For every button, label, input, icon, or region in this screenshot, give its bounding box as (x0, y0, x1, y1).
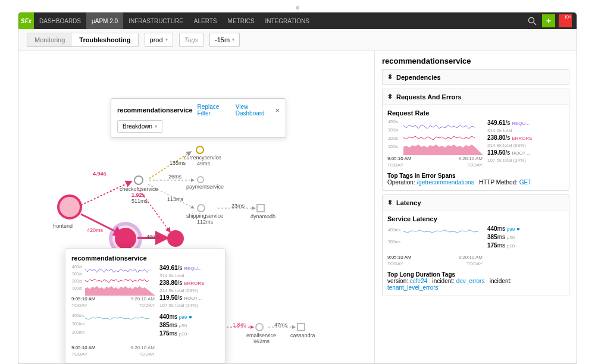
nav-uapm[interactable]: µAPM 2.0 (86, 12, 123, 29)
label-frontend: frontend (53, 223, 73, 229)
incident-link[interactable]: dev_errors (456, 278, 485, 284)
node-cassandra[interactable] (297, 323, 305, 331)
service-latency-title: Service Latency (387, 215, 564, 222)
node-card-title: recommendationservice (117, 106, 193, 114)
notif-badge: 10+ (564, 15, 571, 19)
label-checkout: checkoutservice (120, 186, 158, 192)
edge-lat: 4.94s (93, 171, 107, 177)
mode-segment: Monitoring Troubleshooting (27, 33, 139, 47)
edge-lat: 49ms (146, 234, 159, 240)
logo[interactable]: SFx (18, 12, 34, 29)
chevron-down-icon: ▾ (165, 37, 168, 42)
nav-integrations[interactable]: INTEGRATIONS (260, 12, 315, 29)
chart-time-axis: 9:05:10 AM9:20:10 AM (71, 296, 155, 302)
request-rate-sparkline: 400/s 300/s 200/s 100/s (71, 264, 155, 295)
method-link[interactable]: GET (519, 179, 532, 186)
svg-line-2 (81, 181, 131, 205)
acc-dependencies[interactable]: ⇳Dependencies (382, 69, 569, 85)
chevron-down-icon: ▾ (155, 124, 157, 129)
edge-lat: 113ms (167, 196, 183, 202)
tab-monitoring[interactable]: Monitoring (27, 33, 72, 46)
edge-lat: 47ms (274, 322, 287, 328)
service-hover-card: recommendationservice 400/s 300/s 200/s … (65, 248, 226, 363)
latency-sparkline: 400ms 300ms 200ms (71, 313, 155, 344)
node-dynamodb[interactable] (256, 204, 265, 212)
hover-title: recommendationservice (71, 255, 219, 262)
edge-lat: 26ms (168, 174, 181, 180)
label-cassandra: cassandra (290, 332, 315, 338)
panel-title: recommendationservice (382, 57, 569, 65)
replace-filter-link[interactable]: Replace Filter (198, 103, 231, 117)
breakdown-dropdown[interactable]: Breakdown▾ (117, 120, 162, 133)
service-map[interactable]: recommendationservice Replace Filter Vie… (18, 51, 374, 363)
edge-lat: 1.92s (131, 192, 145, 198)
nav-metrics[interactable]: METRICS (223, 12, 260, 29)
panel-request-chart: 400/s 300/s 200/s 100/s (387, 119, 483, 155)
operation-link[interactable]: /getrecommendations (416, 179, 474, 186)
search-icon[interactable] (525, 14, 538, 27)
nav-bar: DASHBOARDS µAPM 2.0 INFRASTRUCTURE ALERT… (34, 12, 315, 29)
top-duration-tags: Top Long Duration Tags version: ccfe24 i… (387, 271, 564, 291)
panel-latency-chart: 400ms 300ms (387, 225, 483, 253)
node-shipping[interactable] (197, 204, 205, 212)
label-payment: paymentservice (186, 184, 224, 190)
top-error-tags: Top Tags in Error Spans Operation: /getr… (387, 172, 564, 186)
nav-dashboards[interactable]: DASHBOARDS (34, 12, 86, 29)
time-filter[interactable]: -15m▾ (209, 33, 240, 47)
notification-icon[interactable]: 10+ (559, 14, 572, 27)
request-rate-title: Request Rate (387, 109, 564, 117)
close-icon[interactable]: × (275, 106, 280, 115)
add-button[interactable]: + (542, 14, 555, 27)
edge-lat: 420ms (87, 227, 103, 233)
edge-lat: 1.84s (233, 322, 246, 328)
chevron-down-icon: ▾ (232, 37, 234, 42)
expand-icon: ⇳ (387, 199, 393, 206)
detail-panel: recommendationservice ⇳Dependencies ⇳Req… (374, 51, 577, 363)
edge-lat: 112ms (197, 219, 213, 225)
node-email[interactable] (255, 323, 264, 331)
acc-latency: ⇳Latency Service Latency 400ms 300ms 9:0… (382, 194, 569, 296)
toolbar: Monitoring Troubleshooting prod▾ Tags -1… (18, 29, 577, 51)
node-frontend[interactable] (57, 194, 82, 219)
edge-lat: 49ms (197, 161, 210, 167)
label-dynamodb: dynamodb (250, 214, 275, 219)
app-header: SFx DASHBOARDS µAPM 2.0 INFRASTRUCTURE A… (18, 12, 577, 29)
node-payment[interactable] (197, 176, 204, 183)
tags-filter[interactable]: Tags (179, 33, 203, 47)
nav-infrastructure[interactable]: INFRASTRUCTURE (123, 12, 189, 29)
node-checkout[interactable] (134, 175, 143, 185)
view-dashboard-link[interactable]: View Dashboard (236, 103, 275, 117)
expand-icon: ⇳ (387, 93, 393, 101)
node-filter-card: recommendationservice Replace Filter Vie… (111, 98, 286, 138)
node-recommendation[interactable] (115, 228, 136, 249)
label-currency: currencyservice (184, 155, 221, 161)
node-recommendation-b[interactable] (167, 230, 184, 247)
svg-line-1 (534, 23, 536, 25)
tab-troubleshooting[interactable]: Troubleshooting (72, 33, 137, 46)
expand-icon: ⇳ (387, 73, 393, 81)
label-email: emailservice (246, 332, 276, 338)
acc-requests-errors: ⇳Requests And Errors Request Rate 400/s … (382, 89, 569, 191)
nav-alerts[interactable]: ALERTS (189, 12, 223, 29)
label-shipping: shippingservice (186, 213, 223, 219)
edge-lat: 23ms (231, 203, 245, 209)
svg-point-0 (528, 17, 534, 23)
env-filter[interactable]: prod▾ (145, 33, 173, 47)
edge-lat: 511ms (131, 198, 148, 204)
edge-lat: 962ms (253, 338, 270, 344)
incident-link[interactable]: tenant_level_errors (387, 284, 439, 291)
edge-lat: 135ms (170, 160, 186, 166)
node-currency[interactable] (196, 146, 204, 154)
version-link[interactable]: ccfe24 (410, 278, 427, 284)
